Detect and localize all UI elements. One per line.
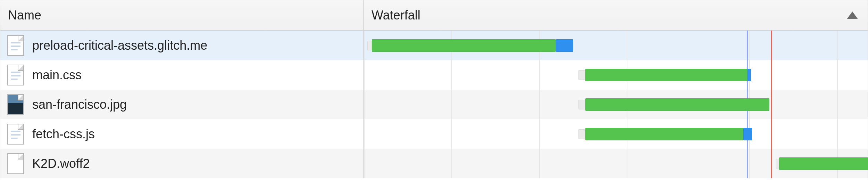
cell-waterfall	[364, 31, 868, 60]
column-header-name[interactable]: Name	[0, 0, 364, 30]
gridline	[364, 31, 365, 60]
network-panel: Name Waterfall preload-critical-assets.g…	[0, 0, 868, 180]
domcontentloaded-marker	[747, 149, 748, 178]
waterfall-track	[364, 149, 868, 178]
timing-bar-waiting[interactable]	[776, 159, 779, 169]
timing-bar-download[interactable]	[585, 98, 769, 111]
gridline	[837, 90, 838, 119]
timing-bar-waiting[interactable]	[578, 100, 585, 109]
cell-name: san-francisco.jpg	[0, 90, 364, 119]
gridline	[539, 60, 540, 90]
domcontentloaded-marker	[747, 31, 748, 60]
waterfall-track	[364, 31, 868, 60]
image-file-icon	[7, 94, 24, 115]
load-marker	[771, 60, 772, 90]
cell-name: main.css	[0, 60, 364, 90]
timing-bar-waiting[interactable]	[578, 129, 585, 139]
gridline	[364, 119, 365, 149]
gridline	[539, 149, 540, 178]
timing-bar-download[interactable]	[585, 69, 748, 81]
request-rows: preload-critical-assets.glitch.memain.cs…	[0, 31, 868, 180]
request-name: fetch-css.js	[32, 127, 95, 141]
cell-name: preload-critical-assets.glitch.me	[0, 31, 364, 60]
request-name: main.css	[32, 68, 82, 82]
timing-bar-waiting[interactable]	[367, 41, 372, 50]
request-row[interactable]: K2D.woff2	[0, 149, 868, 178]
gridline	[627, 31, 627, 60]
gridline	[539, 90, 540, 119]
cell-name: K2D.woff2	[0, 149, 364, 178]
load-marker	[771, 31, 772, 60]
column-header-waterfall[interactable]: Waterfall	[364, 0, 868, 30]
request-row[interactable]: fetch-css.js	[0, 119, 868, 149]
document-file-icon	[7, 65, 24, 85]
gridline	[451, 90, 452, 119]
timing-bar-download[interactable]	[585, 128, 743, 140]
request-row[interactable]: main.css	[0, 60, 868, 90]
gridline	[364, 90, 365, 119]
timing-bar-content[interactable]	[748, 69, 751, 81]
gridline	[749, 149, 750, 178]
load-marker	[771, 90, 772, 119]
timing-bar-download[interactable]	[372, 39, 556, 52]
gridline	[451, 149, 452, 178]
file-icon	[7, 153, 24, 174]
gridline	[627, 149, 627, 178]
request-name: preload-critical-assets.glitch.me	[32, 38, 207, 53]
request-name: san-francisco.jpg	[32, 97, 127, 112]
gridline	[749, 31, 750, 60]
gridline	[364, 60, 365, 90]
timing-bar-content[interactable]	[556, 39, 573, 52]
document-file-icon	[7, 35, 24, 56]
column-header-waterfall-label: Waterfall	[372, 8, 420, 23]
gridline	[451, 60, 452, 90]
gridline	[837, 119, 838, 149]
gridline	[539, 119, 540, 149]
sort-ascending-icon	[847, 11, 858, 19]
table-header: Name Waterfall	[0, 0, 868, 31]
request-row[interactable]: preload-critical-assets.glitch.me	[0, 31, 868, 60]
load-marker	[771, 119, 772, 149]
gridline	[364, 149, 365, 178]
document-file-icon	[7, 124, 24, 145]
waterfall-track	[364, 90, 868, 119]
gridline	[451, 119, 452, 149]
gridline	[837, 60, 838, 90]
timing-bar-content[interactable]	[743, 128, 752, 140]
waterfall-track	[364, 60, 868, 90]
cell-waterfall	[364, 149, 868, 178]
load-marker	[771, 149, 772, 178]
request-name: K2D.woff2	[32, 156, 90, 171]
timing-bar-waiting[interactable]	[578, 70, 585, 80]
timing-bar-download[interactable]	[779, 157, 868, 170]
cell-waterfall	[364, 119, 868, 149]
cell-waterfall	[364, 90, 868, 119]
cell-name: fetch-css.js	[0, 119, 364, 149]
waterfall-track	[364, 119, 868, 149]
request-row[interactable]: san-francisco.jpg	[0, 90, 868, 119]
gridline	[837, 31, 838, 60]
cell-waterfall	[364, 60, 868, 90]
